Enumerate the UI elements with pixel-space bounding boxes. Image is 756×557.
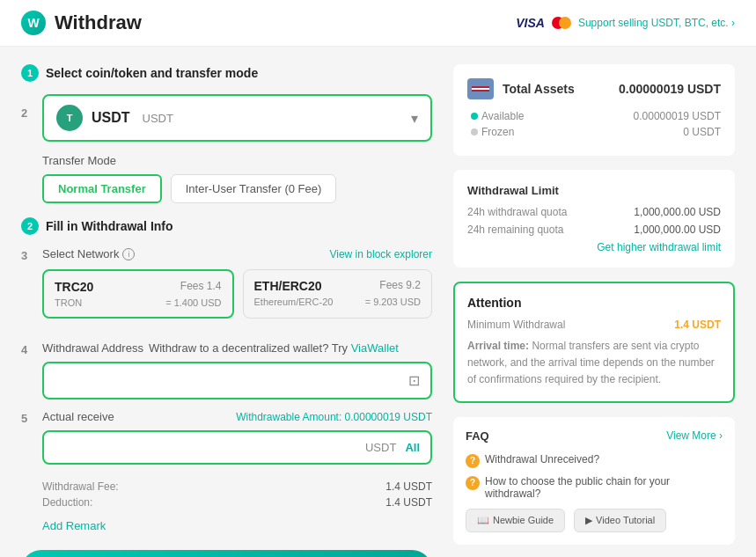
limit-box: Withdrawal Limit 24h withdrawal quota 1,… xyxy=(453,170,735,268)
view-explorer-link[interactable]: View in block explorer xyxy=(329,248,432,260)
withdraw-icon: W xyxy=(21,11,46,35)
faq-item-0[interactable]: ? Withdrawal Unreceived? xyxy=(466,453,723,468)
erc20-name: ETH/ERC20 xyxy=(254,279,322,293)
header-right: VISA Support selling USDT, BTC, etc. › xyxy=(516,16,735,30)
deduction-val: 1.4 USDT xyxy=(385,496,432,509)
quota-24h-row: 24h withdrawal quota 1,000,000.00 USD xyxy=(467,206,721,218)
erc20-fee-label: Fees 9.2 xyxy=(379,279,421,291)
asset-flag-icon xyxy=(467,78,494,99)
amount-suffix: USDT xyxy=(365,441,396,454)
withdrawable-amount: Withdrawable Amount: 0.00000019 USDT xyxy=(236,411,432,423)
faq-item-label-0: Withdrawal Unreceived? xyxy=(485,453,599,465)
faq-icon-0: ? xyxy=(466,454,480,468)
address-hint: Withdraw to a decentralized wallet? Try … xyxy=(149,341,399,355)
deduction-row: Deduction: 1.4 USDT xyxy=(42,495,432,510)
attention-title: Attention xyxy=(467,296,721,310)
network-options: TRC20 Fees 1.4 TRON = 1.400 USD ETH/ERC2… xyxy=(42,269,432,319)
faq-box: FAQ View More › ? Withdrawal Unreceived?… xyxy=(453,417,735,545)
usdt-icon: T xyxy=(56,105,83,131)
step-num-3: 3 xyxy=(21,247,33,262)
frozen-row: Frozen 0 USDT xyxy=(467,126,721,138)
frozen-val: 0 USDT xyxy=(683,126,721,138)
step2-number: 2 xyxy=(21,217,39,235)
available-row: Available 0.00000019 USDT xyxy=(467,110,721,122)
video-tutorial-button[interactable]: ▶ Video Tutorial xyxy=(574,509,666,532)
faq-links: 📖 Newbie Guide ▶ Video Tutorial xyxy=(466,509,723,532)
svg-rect-2 xyxy=(472,86,489,88)
asset-header: Total Assets 0.00000019 USDT xyxy=(467,78,721,99)
address-input[interactable] xyxy=(55,374,408,387)
visa-logo: VISA xyxy=(516,16,545,30)
chevron-down-icon: ▾ xyxy=(411,110,418,127)
scan-icon[interactable]: ⊡ xyxy=(408,372,420,389)
coin-name: USDT xyxy=(92,110,130,126)
step2-header: 2 Fill in Withdrawal Info xyxy=(21,217,432,235)
fee-val: 1.4 USDT xyxy=(385,480,432,493)
step1-title: Select coin/token and transfer mode xyxy=(46,66,258,80)
view-more-link[interactable]: View More › xyxy=(666,429,723,442)
erc20-fee-val: = 9.203 USD xyxy=(365,297,421,307)
step1-number: 1 xyxy=(21,64,39,82)
trc20-name: TRC20 xyxy=(55,280,93,294)
step-num-5: 5 xyxy=(21,410,33,425)
network-trc20[interactable]: TRC20 Fees 1.4 TRON = 1.400 USD xyxy=(42,269,234,319)
inter-user-transfer-button[interactable]: Inter-User Transfer (0 Fee) xyxy=(171,174,337,203)
step-num-4: 4 xyxy=(21,341,33,356)
network-row: Select Network i View in block explorer xyxy=(42,247,432,260)
remaining-24h-val: 1,000,000.00 USD xyxy=(634,224,721,236)
coin-symbol: USDT xyxy=(143,112,173,125)
total-assets-val: 0.00000019 USDT xyxy=(619,82,721,96)
step-num-2-coin: 2 xyxy=(21,94,33,120)
address-input-wrap: ⊡ xyxy=(42,362,432,399)
higher-limit-link[interactable]: Get higher withdrawal limit xyxy=(467,241,721,253)
erc20-sub: Ethereum/ERC-20 xyxy=(254,297,334,307)
withdraw-button[interactable]: Withdraw xyxy=(21,550,432,557)
asset-box: Total Assets 0.00000019 USDT Available 0… xyxy=(453,64,735,156)
receive-label: Actual receive xyxy=(42,410,114,423)
amount-input-wrap: USDT All xyxy=(42,430,432,465)
step1-header: 1 Select coin/token and transfer mode xyxy=(21,64,432,82)
coin-info: T USDT USDT xyxy=(56,105,173,131)
attention-box: Attention Minimum Withdrawal 1.4 USDT Ar… xyxy=(453,282,735,403)
transfer-mode-label: Transfer Mode xyxy=(42,154,432,167)
faq-item-1[interactable]: ? How to choose the public chain for you… xyxy=(466,475,723,500)
faq-icon-1: ? xyxy=(466,476,480,490)
faq-title: FAQ xyxy=(466,429,489,443)
add-remark-link[interactable]: Add Remark xyxy=(42,519,106,532)
svg-rect-3 xyxy=(472,90,489,92)
min-withdrawal-val: 1.4 USDT xyxy=(674,319,721,331)
coin-selector[interactable]: T USDT USDT ▾ xyxy=(42,94,432,142)
right-panel: Total Assets 0.00000019 USDT Available 0… xyxy=(453,64,735,557)
viawallet-link[interactable]: ViaWallet xyxy=(351,341,399,355)
page-title: Withdraw xyxy=(55,11,142,34)
step2-title: Fill in Withdrawal Info xyxy=(46,219,173,233)
network-label: Select Network i xyxy=(42,247,135,260)
main-content: 1 Select coin/token and transfer mode 2 … xyxy=(0,47,756,557)
newbie-guide-button[interactable]: 📖 Newbie Guide xyxy=(466,509,565,532)
network-info-icon[interactable]: i xyxy=(122,248,135,260)
remaining-24h-row: 24h remaining quota 1,000,000.00 USD xyxy=(467,224,721,236)
book-icon: 📖 xyxy=(477,515,489,526)
header: W Withdraw VISA Support selling USDT, BT… xyxy=(0,0,756,47)
withdrawable-val: 0.00000019 xyxy=(345,411,400,423)
all-button[interactable]: All xyxy=(405,441,420,454)
header-left: W Withdraw xyxy=(21,11,142,35)
faq-header: FAQ View More › xyxy=(466,429,723,443)
mastercard-logo xyxy=(552,17,571,29)
network-erc20[interactable]: ETH/ERC20 Fees 9.2 Ethereum/ERC-20 = 9.2… xyxy=(243,269,433,319)
left-panel: 1 Select coin/token and transfer mode 2 … xyxy=(21,64,432,557)
trc20-fee-label: Fees 1.4 xyxy=(180,280,222,292)
support-text: Support selling USDT, BTC, etc. › xyxy=(578,17,735,29)
faq-item-label-1: How to choose the public chain for your … xyxy=(485,475,723,500)
attention-desc: Arrival time: Normal transfers are sent … xyxy=(467,338,721,389)
trc20-fee-val: = 1.400 USD xyxy=(165,297,221,308)
normal-transfer-button[interactable]: Normal Transfer xyxy=(42,174,162,203)
quota-24h-val: 1,000,000.00 USD xyxy=(634,206,721,218)
address-label: Withdrawal Address Withdraw to a decentr… xyxy=(42,341,432,355)
amount-input[interactable] xyxy=(55,441,365,454)
fee-row: Withdrawal Fee: 1.4 USDT xyxy=(42,479,432,495)
trc20-sub: TRON xyxy=(55,297,82,308)
min-withdrawal-row: Minimum Withdrawal 1.4 USDT xyxy=(467,319,721,331)
transfer-modes: Normal Transfer Inter-User Transfer (0 F… xyxy=(42,174,432,203)
play-icon: ▶ xyxy=(585,515,592,526)
